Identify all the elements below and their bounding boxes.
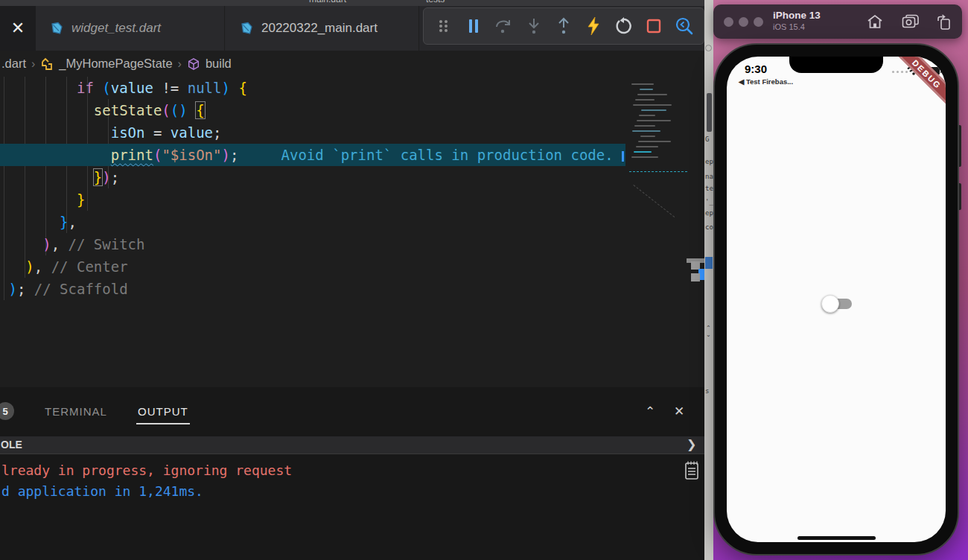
home-icon[interactable] [867, 14, 883, 32]
code-lines: if (value != null) { setState(() { isOn … [0, 77, 704, 300]
screenshot-camera-icon[interactable] [902, 14, 920, 32]
simulator-titlebar[interactable]: iPhone 13 iOS 15.4 [713, 4, 962, 39]
tab-main-dart[interactable]: 20220322_main.dart [226, 6, 419, 51]
sliver-text-fragment: '_ [705, 198, 713, 206]
console-line: lready in progress, ignoring request [1, 460, 292, 481]
breadcrumb-separator: › [31, 57, 35, 71]
minimap[interactable] [629, 80, 687, 229]
chevron-right-icon[interactable]: ❯ [687, 437, 696, 451]
minimap-fold-mark [633, 185, 675, 217]
traffic-light-close[interactable] [724, 17, 733, 27]
panel-maximize-icon[interactable]: ⌃ [645, 404, 655, 419]
home-indicator[interactable] [797, 536, 876, 540]
console-output: lready in progress, ignoring requestd ap… [1, 460, 292, 502]
code-line: }); [0, 166, 625, 188]
sliver-block [707, 93, 712, 132]
restart-icon[interactable] [613, 15, 635, 37]
sliver-icon [705, 45, 712, 51]
panel-close-icon[interactable]: ✕ [674, 404, 684, 419]
iphone-screen[interactable]: 9:30 ◀ Test Firebas... DEBUG [727, 57, 946, 542]
notch [789, 57, 883, 73]
screen: main.dart tests ✕ widget_test.dart 20220… [0, 0, 968, 560]
switch-toggle[interactable] [821, 295, 839, 313]
panel-tab-terminal[interactable]: TERMINAL [45, 405, 107, 418]
background-tab-label: tests [426, 0, 445, 4]
console-line: d application in 1,241ms. [1, 481, 292, 502]
macos-desktop: iPhone 13 iOS 15.4 [713, 0, 968, 560]
step-over-icon[interactable] [492, 15, 515, 37]
sliver-text-fragment: co [705, 223, 713, 231]
widget-inspector-icon[interactable] [673, 15, 695, 37]
traffic-light-minimize[interactable] [739, 17, 748, 27]
toolbar-grip-icon[interactable] [432, 15, 454, 37]
iphone-frame: 9:30 ◀ Test Firebas... DEBUG [713, 43, 959, 556]
debug-banner: DEBUG [891, 57, 946, 111]
sliver-text-fragment: ep [705, 158, 713, 165]
dart-file-icon [239, 21, 254, 36]
debug-toolbar [423, 7, 704, 45]
breadcrumb-method[interactable]: build [206, 57, 232, 71]
sliver-stepper: ⌃⌄ [706, 325, 711, 338]
step-into-icon[interactable] [523, 15, 545, 37]
code-line: ), // Center [0, 255, 625, 278]
code-line: }, [0, 211, 625, 233]
editor-tab-bar: ✕ widget_test.dart 20220322_main.dart [0, 6, 704, 51]
top-window-strip: main.dart tests [0, 0, 704, 6]
code-line: setState(() { [0, 99, 625, 121]
sliver-text-fragment: te [705, 185, 713, 192]
code-line: if (value != null) { [0, 77, 625, 99]
background-window-sliver: ⌃⌄ Gepnate'_epcos [704, 0, 713, 560]
lint-hint: Avoid `print` calls in production code. [238, 147, 613, 163]
traffic-light-zoom[interactable] [754, 17, 763, 27]
problems-count-badge: 5 [0, 402, 14, 420]
modified-line-marker [622, 151, 624, 162]
clipboard-icon[interactable] [684, 460, 700, 484]
console-section-header[interactable]: OLE ❯ [0, 436, 704, 454]
code-line: print("$isOn"); Avoid `print` calls in p… [0, 144, 625, 166]
breadcrumb-separator: › [178, 57, 182, 71]
tab-widget-test[interactable]: widget_test.dart [36, 6, 225, 51]
code-line: } [0, 188, 625, 211]
code-line: ); // Scaffold [0, 278, 625, 300]
sliver-selection [705, 257, 713, 269]
rotate-device-icon[interactable] [935, 14, 952, 34]
bottom-panel: 5 TERMINAL OUTPUT ⌃ ✕ OLE ❯ lready in pr… [0, 387, 704, 560]
background-tab-label: main.dart [309, 0, 346, 4]
sliver-text-fragment: s [705, 387, 709, 395]
code-line: ), // Switch [0, 233, 625, 255]
tab-close-button[interactable]: ✕ [0, 6, 36, 51]
pause-icon[interactable] [462, 15, 485, 37]
stop-icon[interactable] [643, 15, 665, 37]
tab-label: widget_test.dart [71, 21, 161, 36]
sliver-text-fragment: na [705, 173, 713, 180]
simulator-device-name: iPhone 13 [773, 10, 821, 21]
cellular-signal-icon [892, 71, 908, 73]
hot-reload-icon[interactable] [582, 15, 605, 37]
tab-label: 20220322_main.dart [261, 21, 378, 36]
panel-tab-output[interactable]: OUTPUT [138, 405, 188, 418]
step-out-icon[interactable] [553, 15, 575, 37]
sliver-text-fragment: G [705, 136, 709, 143]
layout-handle[interactable] [691, 273, 700, 281]
code-line: isOn = value; [0, 121, 625, 144]
minimap-highlight-line [629, 171, 687, 172]
back-to-app-link[interactable]: ◀ Test Firebas... [739, 77, 793, 86]
breadcrumb: .dart › _MyHomePageState › build [0, 51, 704, 77]
method-cube-icon [187, 57, 200, 71]
breadcrumb-class[interactable]: _MyHomePageState [59, 57, 172, 71]
code-editor[interactable]: if (value != null) { setState(() { isOn … [0, 77, 704, 387]
dart-file-icon [49, 21, 64, 36]
vscode-window: main.dart tests ✕ widget_test.dart 20220… [0, 0, 704, 560]
sliver-text-fragment: ep [705, 209, 713, 217]
status-bar-time: 9:30 [745, 63, 767, 75]
breadcrumb-file[interactable]: .dart [1, 57, 26, 71]
simulator-os-version: iOS 15.4 [773, 22, 805, 31]
class-symbol-icon [40, 57, 54, 71]
console-section-label: OLE [1, 439, 22, 451]
